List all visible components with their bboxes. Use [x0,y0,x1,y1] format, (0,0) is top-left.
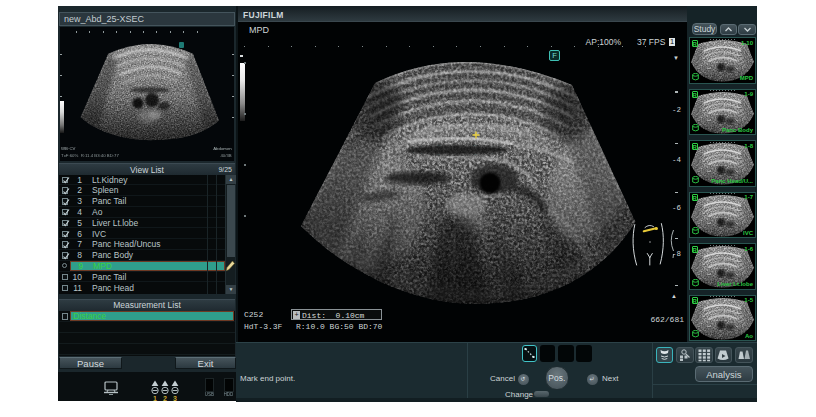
svg-text:3: 3 [173,395,177,402]
svg-text:1: 1 [153,395,157,402]
svg-text:2: 2 [163,395,167,402]
